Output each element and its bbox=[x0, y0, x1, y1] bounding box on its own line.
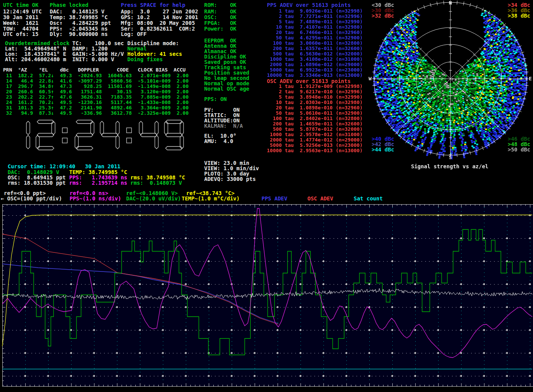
phase-status: Phase locked bbox=[50, 2, 88, 8]
cursor-time: Cursor time: 12:09:40 30 Jan 2011 bbox=[8, 164, 120, 169]
leap-status: No leap second bbox=[204, 75, 249, 81]
adev-queue: ADEVQ: 33000 pts bbox=[204, 176, 256, 182]
amu-mask: AMU: 4.0 bbox=[204, 138, 233, 144]
osc-adev-row: 500 tau 5.8787e-012 (n=32000) bbox=[267, 127, 362, 132]
sat-table-header: PRN °AZ °EL dBc DOPPLER CODE CLOCK BIAS … bbox=[3, 67, 185, 73]
pps-adev-row: 2 tau 7.7271e-011 (n=32996) bbox=[267, 14, 362, 19]
legend-gt-46: >46 dBc bbox=[508, 136, 530, 142]
scale-dac: DAC~(20.0 uV/div) bbox=[126, 196, 181, 201]
osc-adev-row: 2 tau 9.6217e-010 (n=32996) bbox=[267, 89, 362, 94]
pps-adev-row: 10 tau 7.4107e-011 (n=32980) bbox=[267, 24, 362, 30]
dly-value: Dly: 90.000000 ns bbox=[50, 31, 108, 37]
cursor-dac: DAC: 0.148029 V bbox=[8, 169, 59, 175]
scale-osc: ← OSC=(100 ppt/div) bbox=[1, 196, 62, 201]
discipline-status: Discipline OK bbox=[204, 54, 246, 59]
osc-adev-row: 100 tau 2.8402e-011 (n=32800) bbox=[267, 116, 362, 121]
position-status: Position saved bbox=[204, 70, 249, 75]
pps-value: PPS↑ -2.045345 ns bbox=[50, 26, 108, 31]
init-value: INIT: 0.000 V bbox=[72, 57, 114, 62]
plot-label-sat-count: Sat count bbox=[354, 196, 383, 201]
osc-age-status: Normal OSC age bbox=[204, 86, 249, 91]
op-mode-status: Normal op mode bbox=[204, 81, 249, 86]
ram-status: RAM: OK bbox=[204, 9, 236, 14]
eeprom-status: EEPROM OK bbox=[204, 38, 236, 43]
pps-adev-row: 1 tau 9.0926e-011 (n=32998) bbox=[267, 8, 362, 14]
cursor-temp: TEMP: 38.749985 °C bbox=[69, 169, 127, 175]
almanac-status: Almanac OK bbox=[204, 49, 236, 54]
plot-label-osc-adev: OSC ADEV bbox=[307, 196, 333, 201]
clock-mode: Overdetermined clock bbox=[5, 41, 70, 46]
osc-adev-row: 2000 tau 1.4774e-012 (n=29000) bbox=[267, 137, 362, 143]
damp-value: DAMP: 1.200 bbox=[72, 46, 108, 51]
osc-adev-row: 200 tau 1.4659e-011 (n=32600) bbox=[267, 121, 362, 127]
sat-table-row: 31 101.3 25.3↑ 47.2 2141.90 4892.46 3.36… bbox=[3, 105, 188, 111]
pps-adev-row: 20 tau 6.7466e-011 (n=32960) bbox=[267, 30, 362, 35]
altitude: Alt: 204.46002480 m bbox=[5, 57, 66, 62]
fpga-status: FPGA: OK bbox=[204, 20, 236, 26]
legend-gt-36: >36 dBc bbox=[508, 8, 530, 13]
osc-adev-row: 10 tau 2.0303e-010 (n=32980) bbox=[267, 100, 362, 105]
pps-adev-row: 2000 tau 1.6896e-012 (n=29000) bbox=[267, 62, 362, 67]
osc-adev-row: 50 tau 5.0610e-011 (n=32900) bbox=[267, 111, 362, 116]
serial-info: Ser: 0.82362611 COM:2 bbox=[121, 26, 195, 31]
history-plot[interactable] bbox=[0, 202, 533, 392]
osc-adev-row: 5000 tau 5.9256e-013 (n=23000) bbox=[267, 143, 362, 148]
altitude-status: ALTITUDE:ON bbox=[204, 118, 240, 123]
scale-temp: TEMP~(1.0 m°C/div) bbox=[182, 196, 240, 201]
pps-adev-row: 10000 tau 3.5346e-013 (n=13000) bbox=[267, 73, 362, 78]
osc-adev-row: 20 tau 1.0898e-010 (n=32960) bbox=[267, 105, 362, 111]
dac-value: DAC: 0.148125 V bbox=[50, 9, 104, 14]
pps-adev-row: 50 tau 4.6295e-011 (n=32900) bbox=[267, 35, 362, 41]
osc-adev-row: 1 tau 1.9127e-009 (n=32998) bbox=[267, 84, 362, 89]
kalman-status: KALMAN: N/A bbox=[204, 123, 243, 128]
mfg-info: Mfg: 08:00 20 May 2005 bbox=[121, 20, 195, 26]
sat-table-row: 20 260.6 60.5↑ 49.6 1751.48 30.15 3.120e… bbox=[3, 89, 188, 94]
big-digital-clock bbox=[9, 117, 193, 154]
sat-table-row: 11 182.2 57.2↓ 49.3 -2024.93 16045.63 2.… bbox=[3, 73, 188, 78]
pps-on-status: PPS: ON bbox=[204, 96, 227, 102]
utc-offset: UTC ofs: 15 bbox=[3, 31, 39, 37]
sat-table-row: 23 202.2 22.7↑ 47.6 3626.31 7183.35 7.88… bbox=[3, 94, 188, 100]
power-status: Power: OK bbox=[204, 26, 236, 31]
utc-time: 12:24:49 UTC bbox=[3, 9, 42, 14]
antenna-status: Antenna OK bbox=[204, 43, 236, 49]
legend-gt-50: >50 dBc bbox=[508, 147, 530, 152]
legend-gt-48: >48 dBc bbox=[508, 142, 530, 147]
sat-table-row: 14 46.4 22.8↓ 41.6 -3097.29 5860.56 -5.1… bbox=[3, 78, 188, 84]
osc-adev-title: OSC ADEV over 51613 points bbox=[267, 78, 351, 84]
holdover-info: Holdover: 41 secs bbox=[127, 51, 182, 57]
pps-adev-row: 5 tau 7.4889e-011 (n=32990) bbox=[267, 19, 362, 24]
cursor-osc: OSC: 8.649415 ppt bbox=[8, 175, 66, 180]
ref-dac: ref~<0.148060 V> bbox=[126, 190, 178, 196]
plot-label-pps-adev: PPS ADEV bbox=[262, 196, 287, 201]
discipline-mode-normal: Normal bbox=[127, 46, 147, 51]
scale-pps: PPS~(1.0 ns/div) bbox=[70, 196, 121, 201]
ref-pps: ref=<0.0 ns> bbox=[70, 190, 108, 196]
osc-value: Osc↑ 4.284229 ppt bbox=[50, 20, 111, 26]
latitude: Lat: 54.4964948° N bbox=[5, 46, 66, 51]
saved-posn-status: Saved posn OK bbox=[204, 59, 246, 65]
osc-adev-row: 5 tau 3.8948e-010 (n=32990) bbox=[267, 94, 362, 100]
utc-status: UTC time OK bbox=[3, 2, 39, 8]
pv-status: PV: ON bbox=[204, 107, 240, 112]
rms-temp: rms: 38.749508 °C bbox=[130, 175, 185, 180]
rms-osc: rms: 18.031530 ppt bbox=[8, 180, 66, 185]
sat-table-row: 17 296.7 34.8↑ 47.3 928.25 11501.69 -1.1… bbox=[3, 84, 188, 89]
osc-adev-row: 10000 tau 2.9563e-013 (n=13000) bbox=[267, 148, 362, 153]
longitude: Lon: 18.4337841° E bbox=[5, 51, 66, 57]
gps-week: Week: 1621 bbox=[3, 20, 39, 26]
rms-pps: rms: 2.195714 ns bbox=[69, 180, 127, 185]
legend-gt-40: >40 dBc bbox=[372, 136, 394, 142]
sat-table-row: 24 161.2 70.2↓ 49.5 -1230.16 5117.44 -1.… bbox=[3, 100, 188, 105]
polar-caption: Signal strength vs az/el bbox=[411, 164, 488, 169]
gps-monitor-screen: UTC time OK12:24:49 UTC30 Jan 2011Week: … bbox=[0, 0, 533, 392]
cursor-pps: PPS: 1.743639 ns bbox=[69, 175, 127, 180]
view-div: VIEW: 1.0 min/div bbox=[204, 166, 259, 171]
legend-gt-30: >30 dBc bbox=[372, 8, 394, 13]
tracking-status: Tracking sats bbox=[204, 65, 246, 70]
osc-status: OSC: OK bbox=[204, 15, 236, 20]
rom-status: ROM: OK bbox=[204, 2, 236, 8]
discipline-mode-label: Discipline mode: bbox=[127, 41, 179, 46]
view-span: VIEW: 23.0 min bbox=[204, 160, 249, 166]
el-mask: EL: 10.0° bbox=[204, 133, 236, 138]
